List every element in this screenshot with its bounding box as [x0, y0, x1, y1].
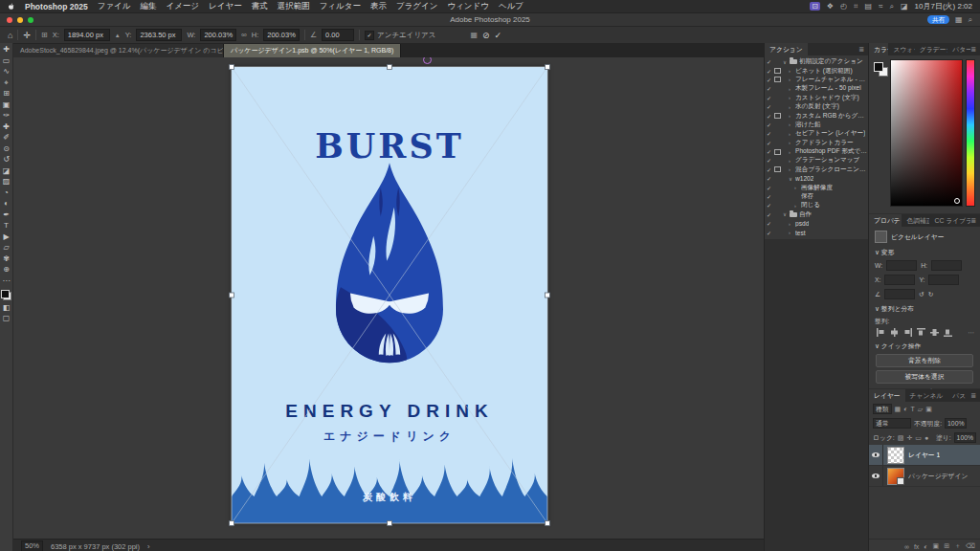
action-item[interactable]: ✓›Photoshop PDF 形式で保存: [765, 147, 868, 156]
cancel-transform-button[interactable]: ⊘: [482, 31, 490, 40]
close-window-button[interactable]: [7, 17, 12, 23]
action-check-icon[interactable]: ✓: [767, 103, 774, 110]
display-icon[interactable]: ⊡: [810, 2, 820, 11]
quick-mask-icon[interactable]: ◧: [3, 304, 11, 312]
align-right-icon[interactable]: [903, 328, 912, 337]
maintain-aspect-icon[interactable]: ∞: [241, 31, 247, 39]
align-bottom-icon[interactable]: [944, 328, 952, 337]
h-value-field[interactable]: 200.03%: [263, 29, 300, 41]
dialog-toggle-icon[interactable]: [774, 113, 781, 119]
filter-pixel-icon[interactable]: ▦: [895, 406, 902, 413]
filter-adjustment-icon[interactable]: ◐: [903, 406, 907, 413]
action-item[interactable]: ✓›セピアトーン (レイヤー): [765, 129, 868, 138]
menu-item[interactable]: レイヤー: [209, 1, 242, 12]
panel-menu-icon[interactable]: ≣: [858, 46, 868, 54]
dialog-toggle-icon[interactable]: [774, 68, 781, 74]
eyedropper-tool[interactable]: ✑: [3, 112, 10, 120]
action-check-icon[interactable]: ✓: [767, 211, 774, 218]
edit-toolbar-icon[interactable]: ⋯: [3, 277, 11, 285]
panel-menu-icon[interactable]: ≣: [970, 392, 980, 400]
hand-tool[interactable]: ✾: [3, 255, 10, 263]
action-check-icon[interactable]: ✓: [767, 77, 774, 83]
menu-item[interactable]: 表示: [370, 1, 387, 12]
menu-item[interactable]: ウィンドウ: [447, 1, 489, 12]
quick-actions-section-label[interactable]: ∨ クイック操作: [875, 342, 974, 351]
action-item[interactable]: ✓›psdd: [765, 219, 868, 228]
action-check-icon[interactable]: ✓: [767, 113, 774, 120]
home-icon[interactable]: ⌂: [8, 31, 12, 40]
action-item[interactable]: ✓›クアドラントカラー: [765, 139, 868, 147]
gradient-tool[interactable]: ▨: [3, 178, 11, 186]
new-layer-icon[interactable]: ＋: [954, 541, 961, 551]
layer-effects-icon[interactable]: fx: [914, 543, 919, 550]
action-item[interactable]: ✓›混合ブラシクローニングペイン...: [765, 165, 868, 174]
move-tool[interactable]: ✛: [3, 46, 10, 54]
dialog-toggle-icon[interactable]: [774, 149, 781, 155]
align-left-icon[interactable]: [877, 328, 885, 337]
tab-actions[interactable]: アクション: [765, 43, 808, 55]
prop-h-field[interactable]: [931, 260, 962, 271]
wifi-icon[interactable]: ≈: [879, 2, 882, 11]
select-subject-button[interactable]: 被写体を選択: [876, 370, 973, 384]
lock-artboard-icon[interactable]: ▭: [915, 434, 922, 442]
tab-スウォッチ[interactable]: スウォッチ: [888, 43, 914, 55]
layer-thumbnail[interactable]: [887, 468, 904, 485]
expand-arrow-icon[interactable]: ›: [789, 158, 795, 164]
action-check-icon[interactable]: ✓: [767, 58, 774, 65]
minimize-window-button[interactable]: [17, 17, 23, 23]
align-more-icon[interactable]: ⋯: [968, 329, 974, 337]
expand-arrow-icon[interactable]: ›: [789, 140, 795, 145]
layer-group-icon[interactable]: ⊞: [944, 542, 949, 550]
zoom-level-field[interactable]: 50%: [21, 540, 43, 551]
filter-shape-icon[interactable]: ▱: [918, 406, 923, 413]
tab-プロパティ[interactable]: プロパティ: [869, 214, 902, 227]
fill-value[interactable]: 100%: [954, 432, 976, 443]
warp-mode-icon[interactable]: ▦: [470, 31, 478, 39]
action-check-icon[interactable]: ✓: [767, 166, 774, 173]
expand-arrow-icon[interactable]: ›: [789, 86, 795, 92]
apple-logo-icon[interactable]: [8, 3, 15, 11]
action-item[interactable]: ✓›フレームチャンネル - 50 pixel: [765, 76, 868, 84]
saturation-brightness-field[interactable]: [890, 59, 963, 207]
hue-slider[interactable]: [966, 59, 975, 207]
blend-mode-dropdown[interactable]: 通常: [873, 418, 911, 429]
opacity-value[interactable]: 100%: [945, 418, 967, 429]
action-check-icon[interactable]: ✓: [767, 95, 774, 101]
menu-item[interactable]: 編集: [140, 1, 156, 12]
object-selection-tool[interactable]: ⌖: [4, 79, 9, 87]
action-item[interactable]: ✓›test: [765, 228, 868, 236]
app-menu-title[interactable]: Photoshop 2025: [25, 2, 88, 11]
action-check-icon[interactable]: ✓: [767, 202, 774, 209]
expand-arrow-icon[interactable]: ∨: [783, 211, 790, 217]
prop-y-field[interactable]: [928, 275, 959, 285]
layer-name[interactable]: パッケージデザイン: [908, 472, 968, 481]
action-check-icon[interactable]: ✓: [767, 85, 774, 92]
menu-item[interactable]: イメージ: [166, 1, 199, 12]
layer-row[interactable]: パッケージデザイン: [869, 466, 980, 487]
tab-レイヤー[interactable]: レイヤー: [869, 389, 905, 402]
menu-item[interactable]: 書式: [252, 1, 268, 12]
history-brush-tool[interactable]: ↺: [3, 156, 10, 164]
expand-arrow-icon[interactable]: ›: [789, 149, 795, 155]
panel-menu-icon[interactable]: ≣: [970, 46, 980, 54]
expand-arrow-icon[interactable]: ›: [789, 113, 795, 119]
blur-tool[interactable]: ◔: [4, 189, 9, 197]
document-tab[interactable]: AdobeStock_465829844.jpeg @ 12.4%(パッケージデ…: [13, 44, 224, 57]
action-check-icon[interactable]: ✓: [767, 185, 774, 191]
pen-tool[interactable]: ✒: [3, 211, 10, 219]
document-tab[interactable]: パッケージデザイン1.psb @ 50%(レイヤー 1, RGB/8): [224, 44, 401, 57]
reference-point-icon[interactable]: ⊞: [41, 31, 48, 39]
action-check-icon[interactable]: ✓: [767, 68, 774, 75]
canvas-area[interactable]: BURST ENERGY DRINK エナ: [13, 57, 764, 539]
expand-arrow-icon[interactable]: ›: [789, 68, 795, 74]
lock-transparency-icon[interactable]: ▨: [898, 434, 904, 442]
workspace-switcher-icon[interactable]: ▦: [955, 15, 963, 24]
align-center-h-icon[interactable]: [890, 328, 899, 337]
clone-stamp-tool[interactable]: ⊙: [3, 145, 10, 153]
action-item[interactable]: ✓›画像解像度: [765, 183, 868, 191]
prop-x-field[interactable]: [884, 275, 915, 285]
x-value-field[interactable]: 1894.00 px: [64, 29, 110, 41]
foreground-color[interactable]: [1, 290, 10, 298]
expand-arrow-icon[interactable]: ›: [789, 77, 795, 82]
dialog-toggle-icon[interactable]: [774, 77, 781, 82]
